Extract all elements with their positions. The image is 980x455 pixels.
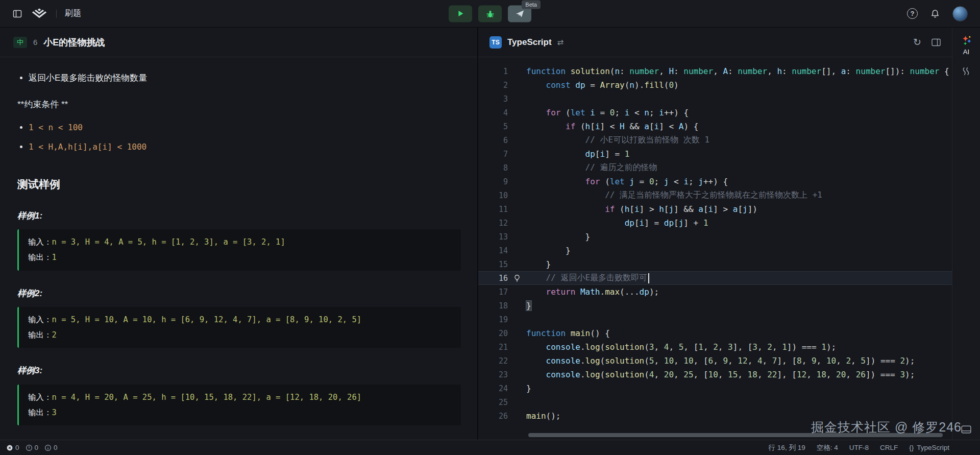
code-line-9[interactable]: 9 for (let j = 0; j < i; j++) { — [478, 175, 952, 188]
code-text[interactable]: // 遍历之前的怪物 — [526, 162, 657, 173]
bug-icon — [485, 9, 495, 18]
ai-assistant-button[interactable]: AI — [961, 35, 972, 56]
app-title: 刷题 — [65, 8, 81, 19]
indentation-setting[interactable]: 空格: 4 — [817, 443, 838, 452]
reset-code-icon[interactable]: ↻ — [913, 36, 921, 48]
line-number: 14 — [478, 246, 508, 255]
juejin-logo-icon[interactable] — [31, 8, 48, 20]
code-line-4[interactable]: 4 for (let i = 0; i < n; i++) { — [478, 106, 952, 119]
code-text[interactable]: dp[i] = 1 — [526, 149, 629, 159]
secondary-tool-icon[interactable] — [961, 66, 972, 77]
code-text[interactable]: for (let i = 0; i < n; i++) { — [526, 108, 689, 117]
problem-title: 小E的怪物挑战 — [43, 36, 105, 49]
code-line-17[interactable]: 17 return Math.max(...dp); — [478, 285, 952, 299]
code-line-3[interactable]: 3 — [478, 92, 952, 106]
warnings-indicator[interactable]: 0 — [26, 444, 39, 451]
line-ending-setting[interactable]: CRLF — [880, 444, 898, 451]
sidebar-toggle-icon[interactable] — [12, 9, 22, 19]
code-text[interactable]: } — [526, 259, 551, 269]
user-avatar[interactable] — [952, 6, 968, 21]
info-indicator[interactable]: 0 — [44, 444, 58, 451]
code-line-18[interactable]: 18} — [478, 299, 952, 313]
input-label: 输入： — [28, 315, 52, 324]
line-number: 24 — [478, 384, 508, 393]
code-text[interactable]: // 返回小E最多击败数即可 — [526, 273, 649, 283]
run-button[interactable] — [449, 5, 472, 22]
code-line-25[interactable]: 25 — [478, 395, 952, 409]
horizontal-scrollbar[interactable] — [528, 433, 943, 437]
encoding-setting[interactable]: UTF-8 — [849, 444, 869, 451]
code-text[interactable]: // 小E可以打败当前怪物 次数 1 — [526, 135, 709, 146]
bottom-panel-toggle-icon[interactable] — [961, 425, 971, 434]
code-text[interactable]: for (let j = 0; j < i; j++) { — [526, 177, 728, 186]
code-line-22[interactable]: 22 console.log(solution(5, 10, 10, [6, 9… — [478, 354, 952, 368]
code-text[interactable]: if (h[i] < H && a[i] < A) { — [526, 122, 698, 131]
code-line-26[interactable]: 26main(); — [478, 409, 952, 423]
split-layout-icon[interactable] — [932, 38, 941, 46]
code-text[interactable]: console.log(solution(3, 4, 5, [1, 2, 3],… — [526, 342, 836, 352]
input-label: 输入： — [28, 237, 52, 247]
code-line-20[interactable]: 20function main() { — [478, 326, 952, 340]
code-line-23[interactable]: 23 console.log(solution(4, 20, 25, [10, … — [478, 368, 952, 381]
line-number: 17 — [478, 288, 508, 297]
code-text[interactable]: // 满足当前怪物严格大于之前怪物就在之前怪物次数上 +1 — [526, 190, 822, 201]
code-text[interactable]: } — [526, 246, 571, 255]
code-line-14[interactable]: 14 } — [478, 244, 952, 257]
code-line-2[interactable]: 2 const dp = Array(n).fill(0) — [478, 78, 952, 92]
right-toolbar: AI — [952, 28, 980, 440]
code-text[interactable]: function solution(n: number, H: number, … — [526, 66, 949, 76]
submit-button[interactable]: Beta — [508, 5, 531, 22]
line-number: 16 — [478, 274, 508, 283]
notifications-bell-icon[interactable] — [930, 9, 940, 19]
code-text[interactable]: dp[i] = dp[j] + 1 — [526, 218, 708, 228]
line-number: 11 — [478, 205, 508, 214]
code-line-19[interactable]: 19 — [478, 313, 952, 326]
debug-button[interactable] — [478, 5, 502, 22]
play-icon — [456, 9, 465, 18]
code-line-7[interactable]: 7 dp[i] = 1 — [478, 147, 952, 161]
code-line-8[interactable]: 8 // 遍历之前的怪物 — [478, 161, 952, 175]
cursor-position[interactable]: 行 16, 列 19 — [769, 443, 805, 452]
code-text[interactable]: } — [526, 232, 590, 242]
line-number: 12 — [478, 219, 508, 228]
code-area[interactable]: 1function solution(n: number, H: number,… — [478, 57, 952, 440]
code-text[interactable]: const dp = Array(n).fill(0) — [526, 80, 679, 90]
errors-indicator[interactable]: 0 — [6, 444, 19, 451]
code-line-15[interactable]: 15 } — [478, 257, 952, 271]
sample-output: 3 — [52, 408, 57, 417]
language-mode[interactable]: {} TypeScript — [909, 444, 949, 451]
statement-bullet: 返回小E最多能击败的怪物数量 — [29, 71, 461, 85]
line-number: 21 — [478, 343, 508, 352]
sample-input: n = 3, H = 4, A = 5, h = [1, 2, 3], a = … — [52, 237, 285, 247]
line-number: 15 — [478, 260, 508, 269]
typescript-badge-icon: TS — [489, 36, 502, 49]
code-line-24[interactable]: 24} — [478, 381, 952, 395]
constraints-title: **约束条件 ** — [17, 98, 461, 111]
lightbulb-icon[interactable] — [513, 274, 521, 282]
code-line-16[interactable]: 16 // 返回小E最多击败数即可 — [478, 271, 952, 285]
code-text[interactable]: function main() { — [526, 328, 610, 338]
code-line-11[interactable]: 11 if (h[i] > h[j] && a[i] > a[j]) — [478, 202, 952, 216]
code-text[interactable]: } — [526, 301, 531, 310]
code-line-5[interactable]: 5 if (h[i] < H && a[i] < A) { — [478, 119, 952, 133]
code-text[interactable]: if (h[i] > h[j] && a[i] > a[j]) — [526, 204, 757, 214]
code-line-13[interactable]: 13 } — [478, 230, 952, 244]
code-text[interactable]: console.log(solution(5, 10, 10, [6, 9, 1… — [526, 356, 915, 366]
code-line-1[interactable]: 1function solution(n: number, H: number,… — [478, 64, 952, 78]
switch-language-icon[interactable]: ⇄ — [557, 38, 564, 47]
warning-icon — [26, 444, 33, 451]
problem-description[interactable]: 返回小E最多能击败的怪物数量 **约束条件 ** 1 < n < 100 1 <… — [0, 57, 477, 440]
line-number: 3 — [478, 94, 508, 104]
editor-language: TypeScript — [507, 37, 552, 47]
code-text[interactable]: return Math.max(...dp); — [526, 287, 659, 297]
code-line-10[interactable]: 10 // 满足当前怪物严格大于之前怪物就在之前怪物次数上 +1 — [478, 188, 952, 202]
code-text[interactable]: } — [526, 384, 531, 393]
help-icon[interactable]: ? — [907, 8, 918, 19]
code-line-12[interactable]: 12 dp[i] = dp[j] + 1 — [478, 216, 952, 230]
problem-panel: 中 6 小E的怪物挑战 返回小E最多能击败的怪物数量 **约束条件 ** 1 <… — [0, 28, 478, 440]
code-line-21[interactable]: 21 console.log(solution(3, 4, 5, [1, 2, … — [478, 340, 952, 354]
code-text[interactable]: console.log(solution(4, 20, 25, [10, 15,… — [526, 370, 915, 379]
code-line-6[interactable]: 6 // 小E可以打败当前怪物 次数 1 — [478, 133, 952, 147]
sample-label-2: 样例2: — [17, 287, 461, 300]
code-text[interactable]: main(); — [526, 411, 560, 421]
